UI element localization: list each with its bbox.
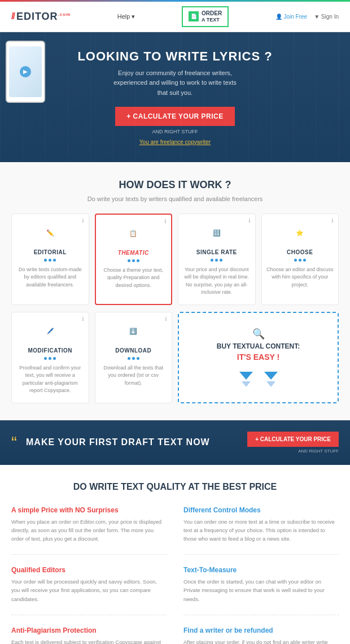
feature-anti-plagiarism-title: Anti-Plagiarism Protection <box>11 626 167 634</box>
cards-top-row: ℹ ✏️ EDITORIAL Do write texts custom-mad… <box>11 214 339 305</box>
feature-find-writer: Find a writer or be refunded After placi… <box>183 626 339 644</box>
card-modification[interactable]: ℹ 🖊️ MODIFICATION Proofread and confirm … <box>11 312 89 403</box>
info-icon-editorial[interactable]: ℹ <box>82 217 84 224</box>
feature-qualified-editors-title: Qualified Editors <box>11 566 167 574</box>
feature-anti-plagiarism: Anti-Plagiarism Protection Each text is … <box>11 626 167 644</box>
choose-icon: ⭐ <box>288 222 311 245</box>
info-icon-thematic[interactable]: ℹ <box>164 218 167 224</box>
dot3 <box>303 259 306 262</box>
feature-text-to-measure: Text-To-Measure Once the order is starte… <box>183 566 339 615</box>
logo[interactable]: // EDITOR.com <box>11 11 71 23</box>
thematic-card-name: THEMATIC <box>100 250 167 256</box>
single-rate-dots <box>183 259 251 262</box>
arrow-down-small <box>242 381 251 387</box>
buy-easy: IT'S EASY ! <box>237 353 279 362</box>
cta-left: “ MAKE YOUR FIRST DRAFT TEXT NOW <box>11 437 210 447</box>
card-download[interactable]: ℹ ⬇️ DOWNLOAD Download all the texts tha… <box>95 312 173 403</box>
feature-simple-price: A simple Price with NO Surprises When yo… <box>11 506 167 555</box>
arrow-down-small-2 <box>266 381 275 387</box>
dot1 <box>211 259 213 262</box>
dot3 <box>220 259 222 262</box>
features-title: DO WRITE TEXT QUALITY AT THE BEST PRICE <box>11 482 339 492</box>
download-card-name: DOWNLOAD <box>100 347 168 354</box>
dot2 <box>132 357 135 360</box>
arrow-down-large-2 <box>264 372 278 380</box>
dot3 <box>53 357 56 360</box>
buy-box-header: 🔍 <box>252 328 265 340</box>
dot2 <box>215 259 218 262</box>
modification-card-name: MODIFICATION <box>16 347 84 354</box>
arrow-group-1 <box>239 372 253 387</box>
how-it-works-section: HOW DOES IT WORK ? Do write your texts b… <box>0 162 350 420</box>
dot2 <box>49 357 51 360</box>
sign-in-link[interactable]: ▼ Sign In <box>314 14 339 20</box>
phone-screen: ▶ <box>9 46 42 97</box>
feature-simple-price-text: When you place an order on Editor.com, y… <box>11 517 167 543</box>
info-icon-single-rate[interactable]: ℹ <box>248 217 251 224</box>
feature-text-to-measure-title: Text-To-Measure <box>183 566 339 574</box>
feature-control-modes-title: Different Control Modes <box>183 506 339 514</box>
logo-text: EDITOR.com <box>16 11 71 23</box>
editorial-dots <box>16 259 84 262</box>
hero-section: ▶ LOOKING TO WRITE LYRICS ? Enjoy our co… <box>0 32 350 162</box>
dot2 <box>49 259 51 262</box>
features-grid: A simple Price with NO Surprises When yo… <box>11 506 339 644</box>
info-icon-download[interactable]: ℹ <box>165 316 167 322</box>
cta-right: + CALCULATE YOUR PRICE AND RIGHT STUFF <box>247 432 339 454</box>
logo-slashes: // <box>11 11 14 21</box>
editorial-card-name: EDITORIAL <box>16 249 84 255</box>
card-choose[interactable]: ℹ ⭐ CHOOSE Choose an editor and discuss … <box>261 214 339 305</box>
user-icon: 👤 <box>275 14 282 20</box>
cards-bottom-row: ℹ 🖊️ MODIFICATION Proofread and confirm … <box>11 312 339 403</box>
play-button-icon: ▶ <box>20 66 31 77</box>
dot1 <box>44 357 47 360</box>
download-desc: Download all the texts that you ordered … <box>100 364 168 388</box>
dot2 <box>132 259 135 262</box>
info-icon-choose[interactable]: ℹ <box>331 217 334 224</box>
thematic-dots <box>100 259 167 262</box>
card-editorial[interactable]: ℹ ✏️ EDITORIAL Do write texts custom-mad… <box>11 214 89 305</box>
order-text-button[interactable]: 📄 ORDER A TEXT <box>182 6 229 27</box>
modification-desc: Proofread and confirm your text, you wil… <box>16 364 84 395</box>
feature-control-modes-text: You can order one or more text at a time… <box>183 517 339 543</box>
card-single-rate[interactable]: ℹ 🔢 SINGLE RATE Your price and your disc… <box>178 214 256 305</box>
nav-help[interactable]: Help ▾ <box>117 13 135 20</box>
feature-anti-plagiarism-text: Each text is delivered subject to verifi… <box>11 638 167 644</box>
choose-dots <box>266 259 334 262</box>
header: // EDITOR.com Help ▾ 📄 ORDER A TEXT 👤 Jo… <box>0 2 350 32</box>
modification-dots <box>16 357 84 360</box>
single-rate-icon: 🔢 <box>205 222 228 245</box>
signin-icon: ▼ <box>314 14 320 20</box>
cta-banner-sub: AND RIGHT STUFF <box>247 449 339 454</box>
single-rate-card-name: SINGLE RATE <box>183 249 251 255</box>
how-section-subtitle: Do write your texts by writers qualified… <box>11 195 339 202</box>
modification-icon: 🖊️ <box>39 320 62 343</box>
cta-banner-text: MAKE YOUR FIRST DRAFT TEXT NOW <box>26 437 210 447</box>
thematic-icon: 📋 <box>122 223 145 245</box>
download-dots <box>100 357 168 360</box>
feature-qualified-editors-text: Your order will be processed quickly and… <box>11 577 167 603</box>
editorial-icon: ✏️ <box>39 222 62 245</box>
arrow-down-large <box>239 372 253 380</box>
dot1 <box>128 259 130 262</box>
feature-control-modes: Different Control Modes You can order on… <box>183 506 339 555</box>
choose-desc: Choose an editor and discuss with him sp… <box>266 266 334 289</box>
card-thematic[interactable]: ℹ 📋 THEMATIC Choose a theme your text, q… <box>95 214 173 305</box>
hero-phone-mockup: ▶ <box>6 41 45 103</box>
single-rate-desc: Your price and your discount will be dis… <box>183 266 251 297</box>
editorial-desc: Do write texts custom-made by editors qu… <box>16 266 84 289</box>
features-section: DO WRITE TEXT QUALITY AT THE BEST PRICE … <box>0 465 350 644</box>
dot3 <box>53 259 56 262</box>
cta-banner: “ MAKE YOUR FIRST DRAFT TEXT NOW + CALCU… <box>0 420 350 465</box>
dot1 <box>44 259 47 262</box>
cta-banner-button[interactable]: + CALCULATE YOUR PRICE <box>247 432 339 447</box>
thematic-desc: Choose a theme your text, quality Prepar… <box>100 267 167 290</box>
download-icon: ⬇️ <box>122 320 145 343</box>
feature-find-writer-title: Find a writer or be refunded <box>183 626 339 634</box>
buy-arrows <box>239 372 278 387</box>
dot1 <box>294 259 297 262</box>
info-icon-modification[interactable]: ℹ <box>82 316 84 322</box>
buy-textual-content-box: 🔍 BUY TEXTUAL CONTENT: IT'S EASY ! <box>178 312 339 403</box>
magnify-icon: 🔍 <box>252 328 265 340</box>
join-free-link[interactable]: 👤 Join Free <box>275 14 307 20</box>
